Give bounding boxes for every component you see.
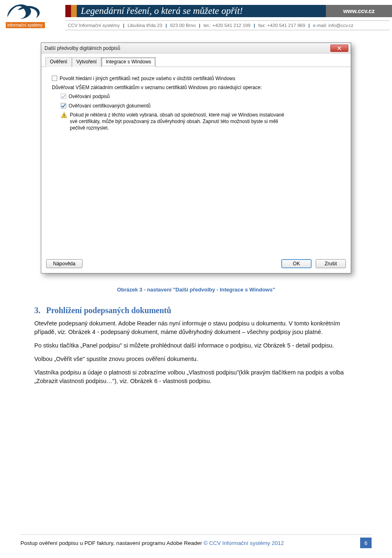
page-number-badge: 6 [360, 538, 372, 548]
verify-signatures-label: Ověřování podpisů [69, 93, 110, 100]
header-url: www.ccv.cz [326, 5, 392, 17]
footer-text: Postup ověření podpisu u PDF faktury, na… [20, 540, 284, 546]
ccv-logo: informační systémy [6, 2, 46, 29]
page-footer: Postup ověření podpisu u PDF faktury, na… [0, 538, 392, 548]
checkmark-icon [61, 94, 66, 99]
cancel-button[interactable]: Zrušit [316, 259, 346, 268]
dialog-button-bar: Nápověda OK Zrušit [41, 259, 351, 273]
allow-other-certs-checkbox[interactable] [52, 76, 57, 81]
verify-certified-docs-label: Ověřování certifikovaných dokumentů [69, 103, 151, 109]
dialog-title: Další předvolby digitálních podpisů [45, 45, 120, 51]
dialog-tabstrip: Ověření Vytvoření Integrace s Windows [41, 54, 351, 67]
preferences-dialog: Další předvolby digitálních podpisů Ověř… [41, 43, 351, 273]
window-close-button[interactable] [330, 45, 348, 52]
header-company: CCV Informační systémy [68, 23, 120, 28]
svg-rect-0 [64, 114, 65, 116]
dialog-titlebar[interactable]: Další předvolby digitálních podpisů [41, 43, 351, 54]
header-zip-city: 623 00 Brno [170, 23, 196, 28]
paragraph-2: Po stisku tlačítka „Panel podpisu" si mů… [34, 341, 358, 350]
header-contact-line: CCV Informační systémy | Libušina třída … [65, 20, 390, 30]
page-header: informační systémy Legendární řešení, o … [0, 0, 392, 33]
document-body: Obrázek 3 - nastavení "Další předvolby -… [0, 278, 392, 394]
header-address: Libušina třída 23 [127, 23, 162, 28]
tab-windows-integration[interactable]: Integrace s Windows [101, 57, 156, 67]
header-tel: tel.: +420 541 212 199 [204, 23, 251, 28]
paragraph-3: Volbou „Ověřit vše" spustíte znovu proce… [34, 355, 358, 363]
tab-creation[interactable]: Vytvoření [72, 57, 101, 67]
warning-text: Pokud je některá z těchto voleb vybraná,… [70, 112, 290, 132]
figure-caption-3: Obrázek 3 - nastavení "Další předvolby -… [34, 287, 358, 293]
verify-certified-docs-checkbox[interactable] [61, 103, 66, 108]
header-fax: fax: +420 541 217 969 [258, 23, 305, 28]
close-icon [337, 46, 341, 50]
allow-other-certs-label: Povolit hledání i jiných certifikátů než… [60, 75, 235, 82]
dialog-panel: Povolit hledání i jiných certifikátů než… [41, 67, 351, 259]
warning-icon [61, 112, 67, 119]
logo-caption: informační systémy [6, 22, 45, 28]
svg-rect-1 [64, 117, 65, 117]
header-slogan: Legendární řešení, o která se můžete opř… [77, 5, 326, 17]
header-banner: Legendární řešení, o která se můžete opř… [65, 5, 392, 17]
section-heading-3: 3. Prohlížení podepsaných dokumentů [34, 306, 358, 315]
trust-intro-text: Důvěřovat VŠEM základním certifikátům v … [52, 84, 262, 91]
tab-verification[interactable]: Ověření [45, 57, 72, 67]
help-button[interactable]: Nápověda [46, 259, 82, 268]
header-email: e-mail: info@ccv.cz [313, 23, 354, 28]
logo-mark-icon [6, 2, 42, 20]
checkmark-icon [61, 103, 66, 108]
paragraph-1: Otevřete podepsaný dokument. Adobe Reade… [34, 319, 358, 336]
ok-button[interactable]: OK [281, 259, 312, 268]
verify-signatures-checkbox [61, 94, 66, 99]
paragraph-4: Vlastníka podpisu a údaje o platnosti si… [34, 368, 358, 385]
